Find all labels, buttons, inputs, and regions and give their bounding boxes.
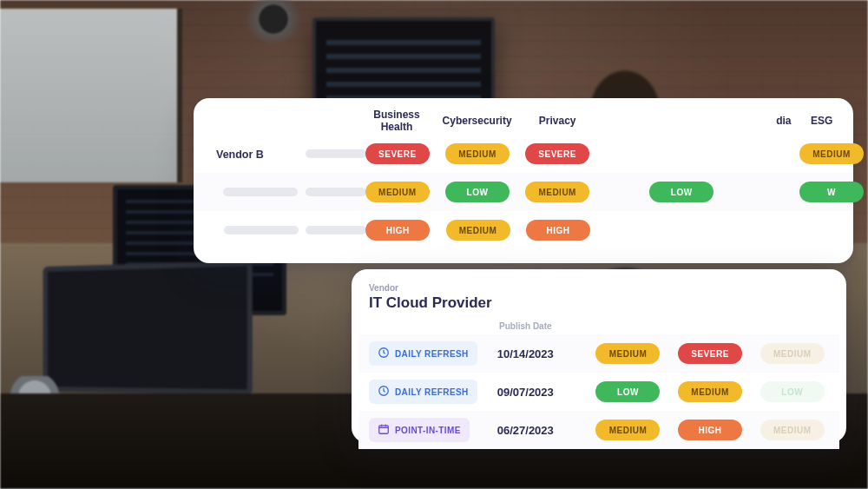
- severity-pill: LOW: [595, 381, 660, 402]
- table-row[interactable]: MEDIUMLOWMEDIUMLOWW: [194, 173, 853, 211]
- col-dia: dia: [766, 115, 800, 127]
- table-row[interactable]: HIGHMEDIUMHIGH: [194, 211, 853, 249]
- severity-pill: MEDIUM: [760, 343, 825, 364]
- table-row[interactable]: POINT-IN-TIME06/27/2023MEDIUMHIGHMEDIUM: [358, 411, 839, 449]
- chip-label: DAILY REFRESH: [395, 387, 469, 397]
- daily-refresh-chip[interactable]: DAILY REFRESH: [369, 341, 477, 366]
- severity-pill: SEVERE: [365, 143, 430, 164]
- risk-matrix-card: Business Health Cybersecurity Privacy di…: [194, 98, 853, 263]
- window: [0, 9, 182, 182]
- clock-icon: [378, 385, 390, 399]
- vendor-name: Vendor B: [216, 149, 264, 161]
- skeleton-placeholder: [223, 188, 298, 196]
- severity-pill: SEVERE: [525, 143, 589, 164]
- severity-pill: MEDIUM: [445, 143, 510, 164]
- daily-refresh-chip[interactable]: DAILY REFRESH: [369, 380, 477, 404]
- severity-pill: HIGH: [678, 420, 742, 440]
- severity-pill: MEDIUM: [595, 420, 660, 440]
- severity-pill: HIGH: [365, 220, 430, 241]
- publish-date: 06/27/2023: [497, 424, 582, 437]
- severity-pill: MEDIUM: [678, 381, 742, 402]
- col-business-health: Business Health: [357, 109, 437, 133]
- severity-pill: MEDIUM: [760, 420, 825, 440]
- severity-pill: MEDIUM: [446, 220, 510, 241]
- clock-icon: [378, 347, 390, 360]
- chip-label: POINT-IN-TIME: [395, 426, 461, 435]
- severity-pill: MEDIUM: [525, 182, 589, 202]
- severity-pill: MEDIUM: [799, 143, 864, 164]
- severity-pill: LOW: [445, 182, 510, 202]
- severity-pill: LOW: [760, 381, 825, 402]
- publish-date: 09/07/2023: [497, 386, 582, 399]
- publish-date: 10/14/2023: [497, 347, 582, 360]
- chip-label: DAILY REFRESH: [395, 349, 469, 359]
- svg-rect-2: [379, 426, 389, 433]
- table-row[interactable]: Vendor BSEVEREMEDIUMSEVEREMEDIUM: [194, 135, 853, 173]
- severity-pill: HIGH: [526, 220, 590, 241]
- skeleton-placeholder: [224, 226, 299, 235]
- col-esg: ESG: [800, 115, 843, 127]
- severity-pill: W: [799, 182, 864, 202]
- vendor-title: IT Cloud Provider: [369, 294, 829, 312]
- publish-date-label: Publish Date: [499, 318, 586, 333]
- severity-pill: SEVERE: [678, 343, 742, 364]
- point-in-time-chip[interactable]: POINT-IN-TIME: [369, 418, 470, 442]
- col-cybersecurity: Cybersecurity: [437, 115, 517, 127]
- severity-pill: LOW: [649, 182, 713, 202]
- vendor-detail-card: Vendor IT Cloud Provider Publish Date DA…: [352, 269, 846, 443]
- risk-matrix-header: Business Health Cybersecurity Privacy di…: [194, 107, 853, 135]
- table-row[interactable]: DAILY REFRESH10/14/2023MEDIUMSEVEREMEDIU…: [358, 334, 839, 373]
- calendar-icon: [378, 423, 390, 437]
- severity-pill: MEDIUM: [365, 182, 430, 202]
- vendor-subtitle: Vendor: [369, 283, 829, 293]
- table-row[interactable]: DAILY REFRESH09/07/2023LOWMEDIUMLOW: [358, 373, 839, 411]
- col-privacy: Privacy: [517, 115, 598, 127]
- severity-pill: MEDIUM: [595, 343, 660, 364]
